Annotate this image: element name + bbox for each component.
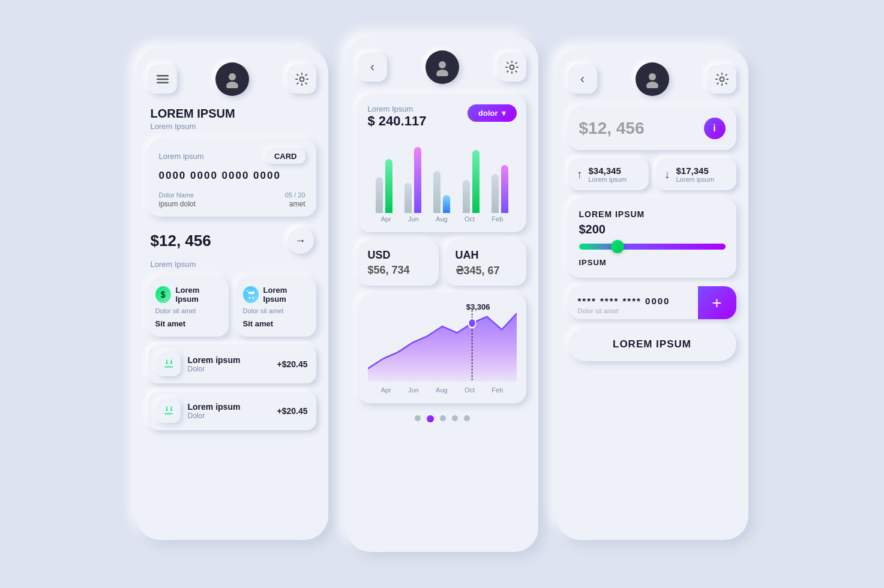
back-button-p2[interactable]: ‹ xyxy=(358,53,387,82)
line-x-label: Aug xyxy=(436,386,448,394)
settings-button-p2[interactable] xyxy=(498,53,526,82)
owner-label: Dolor Name xyxy=(159,191,194,199)
dolor-dropdown[interactable]: dolor ▾ xyxy=(468,104,517,122)
balance-label: Lorem Ipsum xyxy=(148,260,316,269)
svg-point-7 xyxy=(252,297,254,299)
bar-pair xyxy=(376,159,392,213)
tx-sub-1: Dolor xyxy=(188,412,270,420)
bar-group xyxy=(463,150,480,213)
currency-usd: USD $56, 734 xyxy=(358,241,439,286)
qa-sub-0: Dolor sit amet xyxy=(155,307,221,314)
qa-action-1: Sit amet xyxy=(243,319,309,328)
bar-bg xyxy=(404,183,412,213)
back-button-p3[interactable]: ‹ xyxy=(568,65,597,94)
info-button[interactable]: i xyxy=(704,118,726,139)
balance-amount: $12, 456 xyxy=(151,232,211,250)
qa-icon-0: $ xyxy=(155,286,171,303)
settings-button-p3[interactable] xyxy=(708,65,736,94)
bar-x-label: Aug xyxy=(436,215,448,223)
credit-card-widget: Lorem ipsum CARD 0000 0000 0000 0000 Dol… xyxy=(148,139,316,217)
transaction-0: Lorem ipsum Dolor +$20.45 xyxy=(148,345,316,383)
bar-x-label: Oct xyxy=(465,215,475,223)
bar-bg xyxy=(492,174,499,213)
currency-uah-value: ₴345, 67 xyxy=(456,264,517,277)
svg-point-15 xyxy=(720,77,724,82)
stat-expense-label: Lorem ipsum xyxy=(676,176,715,183)
card-expiry: 05 / 20 amet xyxy=(285,189,305,208)
card-label-text: Lorem ipsum xyxy=(159,152,204,161)
svg-point-8 xyxy=(439,61,446,68)
pagination-dot[interactable] xyxy=(452,415,458,421)
lorem-card-amount: $200 xyxy=(579,223,726,236)
stat-expense-info: $17,345 Lorem ipsum xyxy=(676,166,715,183)
tx-info-1: Lorem ipsum Dolor xyxy=(188,402,270,420)
owner-value: ipsum dolot xyxy=(159,200,196,208)
chart-title: Lorem Ipsum xyxy=(368,104,427,113)
settings-button[interactable] xyxy=(287,65,316,94)
quick-action-0[interactable]: $ Lorem Ipsum Dolor sit amet Sit amet xyxy=(148,277,229,337)
pagination-dot[interactable] xyxy=(440,415,446,421)
svg-point-10 xyxy=(510,65,514,70)
big-balance: $12, 456 i xyxy=(568,107,736,150)
bar-fg xyxy=(414,147,421,213)
svg-point-12 xyxy=(468,319,475,328)
panel-1: LOREM IPSUM Lorem Ipsum Lorem ipsum CARD… xyxy=(136,48,328,540)
main-subtitle: Lorem Ipsum xyxy=(151,122,314,131)
line-chart-svg xyxy=(368,304,517,382)
svg-rect-2 xyxy=(157,82,169,84)
card-action-sub: Dolor sit amet xyxy=(578,307,688,314)
pagination-dot[interactable] xyxy=(464,415,470,421)
big-balance-amount: $12, 456 xyxy=(579,119,645,138)
bar-x-label: Feb xyxy=(492,215,503,223)
avatar-p3 xyxy=(636,62,669,96)
tx-title-1: Lorem ipsum xyxy=(188,402,270,412)
bar-chart-x-labels: AprJunAugOctFeb xyxy=(368,215,517,223)
line-x-label: Apr xyxy=(381,386,391,394)
avatar xyxy=(215,62,249,96)
qa-sub-1: Dolor sit amet xyxy=(243,307,309,314)
line-x-label: Feb xyxy=(492,386,503,394)
tx-info-0: Lorem ipsum Dolor xyxy=(188,355,270,373)
panel3-header: ‹ xyxy=(568,62,736,96)
svg-point-5 xyxy=(299,77,304,82)
lorem-ipsum-button[interactable]: LOREM IPSUM xyxy=(568,328,736,361)
bar-group xyxy=(433,171,450,213)
panel-2: ‹ Lorem Ipsum $ 240.117 dolor ▾ xyxy=(346,36,538,552)
bar-bg xyxy=(376,177,383,213)
menu-button[interactable] xyxy=(148,65,177,94)
card-action-row: **** **** **** 0000 Dolor sit amet + xyxy=(568,286,736,319)
qa-icon-row-0: $ Lorem Ipsum xyxy=(155,286,221,304)
avatar-p2 xyxy=(425,50,459,84)
line-chart-x-labels: AprJunAugOctFeb xyxy=(368,386,517,394)
tx-icon-0 xyxy=(157,352,181,376)
qa-action-0: Sit amet xyxy=(155,319,221,328)
pagination-dot[interactable] xyxy=(415,415,421,421)
card-badge: CARD xyxy=(266,149,305,164)
currency-usd-name: USD xyxy=(368,249,429,262)
bar-pair xyxy=(404,147,421,213)
svg-point-14 xyxy=(646,82,658,88)
quick-action-1[interactable]: Lorem Ipsum Dolor sit amet Sit amet xyxy=(236,277,316,337)
stats-row: ↑ $34,345 Lorem ipsum ↓ $17,345 Lorem ip… xyxy=(568,158,736,190)
expiry-label: 05 / 20 xyxy=(285,191,305,199)
income-icon: ↑ xyxy=(577,167,583,181)
currency-row: USD $56, 734 UAH ₴345, 67 xyxy=(358,241,526,286)
pagination-dot[interactable] xyxy=(427,415,434,422)
svg-point-9 xyxy=(436,70,448,76)
bar-fg xyxy=(501,165,508,213)
bar-bg xyxy=(463,180,470,213)
bar-group xyxy=(404,147,421,213)
card-number: 0000 0000 0000 0000 xyxy=(159,170,305,182)
chart-header: Lorem Ipsum $ 240.117 dolor ▾ xyxy=(368,104,517,129)
slider-track[interactable] xyxy=(579,244,726,250)
card-owner: Dolor Name ipsum dolot xyxy=(159,189,196,208)
lorem-ipsum-card: LOREM IPSUM $200 IPSUM xyxy=(568,199,736,278)
balance-arrow-button[interactable]: → xyxy=(287,227,314,254)
expiry-value: amet xyxy=(285,200,305,208)
add-card-button[interactable]: + xyxy=(698,286,736,319)
slider-thumb[interactable] xyxy=(611,240,624,253)
bar-pair xyxy=(492,165,508,213)
qa-title-0: Lorem Ipsum xyxy=(176,286,221,304)
chart-title-group: Lorem Ipsum $ 240.117 xyxy=(368,104,427,129)
currency-uah-name: UAH xyxy=(456,249,517,262)
